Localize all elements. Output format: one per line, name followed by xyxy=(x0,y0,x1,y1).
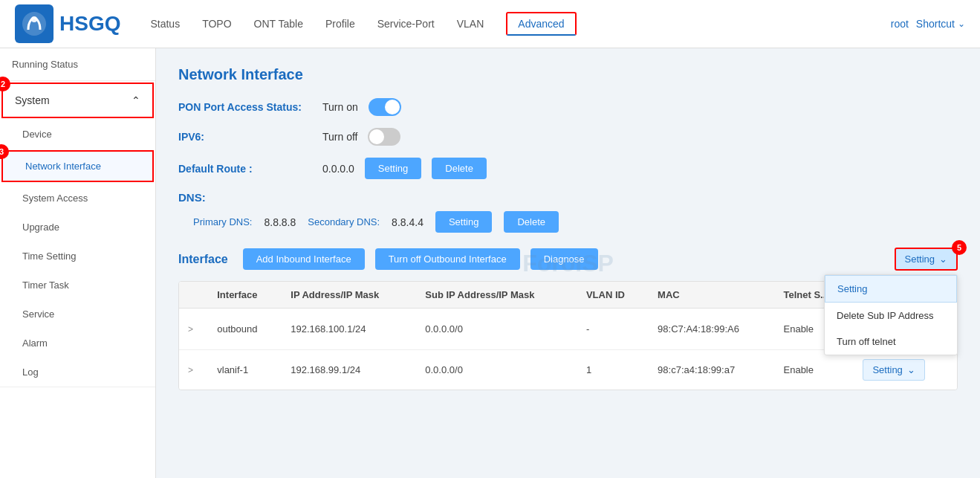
layout: Running Status System ⌃ 2 Device Network… xyxy=(0,48,980,478)
interface-section: Interface Add Inbound Interface Turn off… xyxy=(178,248,958,390)
ipv6-toggle[interactable] xyxy=(368,128,400,146)
primary-dns-label: Primary DNS: xyxy=(193,216,252,227)
sidebar-running-status[interactable]: Running Status xyxy=(0,48,155,81)
row2-setting: Setting ⌄ xyxy=(854,350,957,390)
nav-vlan[interactable]: VLAN xyxy=(457,12,484,36)
pon-port-value: Turn on xyxy=(322,101,358,113)
nav-right: root Shortcut ⌄ xyxy=(891,18,965,30)
th-sub-ip: Sub IP Address/IP Mask xyxy=(416,282,577,309)
row2-chevron-icon: ⌄ xyxy=(907,364,915,375)
default-route-delete-button[interactable]: Delete xyxy=(432,158,487,179)
dns-delete-button[interactable]: Delete xyxy=(504,211,559,233)
logo: HSGQ xyxy=(15,4,120,43)
default-route-label: Default Route : xyxy=(178,163,312,175)
sidebar-item-log[interactable]: Log xyxy=(0,358,155,387)
nav-ont-table[interactable]: ONT Table xyxy=(254,12,303,36)
row1-sub-ip: 0.0.0.0/0 xyxy=(416,309,577,350)
row2-telnet: Enable xyxy=(775,350,854,390)
ipv6-label: IPV6: xyxy=(178,131,312,143)
sidebar: Running Status System ⌃ 2 Device Network… xyxy=(0,48,156,478)
table-row: > vlanif-1 192.168.99.1/24 0.0.0.0/0 1 9… xyxy=(179,350,957,390)
sidebar-item-service[interactable]: Service xyxy=(0,300,155,329)
dropdown-delete-sub-ip[interactable]: Delete Sub IP Address xyxy=(825,303,957,329)
th-expand xyxy=(179,282,208,309)
ipv6-row: IPV6: Turn off xyxy=(178,128,958,146)
nav-root[interactable]: root xyxy=(891,18,909,30)
dropdown-setting[interactable]: Setting xyxy=(825,275,957,303)
dns-setting-button[interactable]: Setting xyxy=(435,211,492,233)
toggle-knob xyxy=(385,100,400,114)
sidebar-item-network-interface[interactable]: Network Interface 3 xyxy=(1,150,154,182)
setting-chevron-icon: ⌄ xyxy=(939,253,947,265)
setting-dropdown-top: Setting ⌄ 5 Setting Delete Sub IP Addres… xyxy=(895,248,958,271)
sidebar-item-device[interactable]: Device xyxy=(0,120,155,149)
page-title: Network Interface xyxy=(178,66,958,83)
th-interface: Interface xyxy=(208,282,282,309)
sidebar-section-system: System ⌃ 2 Device Network Interface 3 Sy… xyxy=(0,83,155,387)
turn-off-outbound-button[interactable]: Turn off Outbound Interface xyxy=(375,248,520,270)
dns-section: DNS: Primary DNS: 8.8.8.8 Secondary DNS:… xyxy=(178,191,958,233)
sidebar-system-header[interactable]: System ⌃ 2 xyxy=(1,83,154,118)
row2-mac: 98:c7:a4:18:99:a7 xyxy=(649,350,774,390)
row2-setting-button[interactable]: Setting ⌄ xyxy=(863,359,924,381)
row2-vlan-id: 1 xyxy=(577,350,649,390)
pon-port-row: PON Port Access Status: Turn on xyxy=(178,98,958,116)
default-route-value: 0.0.0.0 xyxy=(322,163,354,175)
nav-advanced[interactable]: Advanced xyxy=(506,12,576,36)
row1-ip: 192.168.100.1/24 xyxy=(282,309,416,350)
main-nav: Status TOPO ONT Table Profile Service-Po… xyxy=(150,12,890,36)
row1-interface: outbound xyxy=(208,309,282,350)
nav-service-port[interactable]: Service-Port xyxy=(377,12,435,36)
svg-point-1 xyxy=(31,16,37,22)
row2-interface: vlanif-1 xyxy=(208,350,282,390)
sidebar-item-system-access[interactable]: System Access xyxy=(0,184,155,213)
row2-ip: 192.168.99.1/24 xyxy=(282,350,416,390)
secondary-dns-label: Secondary DNS: xyxy=(308,216,380,227)
sidebar-item-timer-task[interactable]: Timer Task xyxy=(0,271,155,300)
row2-setting-dropdown: Setting ⌄ xyxy=(863,359,924,381)
badge-5: 5 xyxy=(952,240,967,255)
primary-dns-value: 8.8.8.8 xyxy=(264,216,296,228)
interface-header: Interface Add Inbound Interface Turn off… xyxy=(178,248,958,271)
pon-port-label: PON Port Access Status: xyxy=(178,101,312,113)
default-route-setting-button[interactable]: Setting xyxy=(365,158,421,179)
default-route-row: Default Route : 0.0.0.0 Setting Delete xyxy=(178,158,958,179)
row1-vlan-id: - xyxy=(577,309,649,350)
nav-topo[interactable]: TOPO xyxy=(202,12,231,36)
sidebar-system-items: Device Network Interface 3 System Access… xyxy=(0,120,155,387)
main-content: ForoISP Network Interface PON Port Acces… xyxy=(156,48,980,478)
dropdown-turn-off-telnet[interactable]: Turn off telnet xyxy=(825,329,957,355)
dns-label: DNS: xyxy=(178,191,958,204)
row2-expand[interactable]: > xyxy=(179,350,208,390)
system-chevron-icon: ⌃ xyxy=(132,94,140,106)
diagnose-button[interactable]: Diagnose xyxy=(530,248,598,270)
logo-text: HSGQ xyxy=(59,12,120,36)
row2-sub-ip: 0.0.0.0/0 xyxy=(416,350,577,390)
ipv6-value: Turn off xyxy=(322,131,357,143)
sidebar-item-time-setting[interactable]: Time Setting xyxy=(0,242,155,271)
secondary-dns-value: 8.8.4.4 xyxy=(392,216,424,228)
badge-2: 2 xyxy=(0,77,10,91)
header: HSGQ Status TOPO ONT Table Profile Servi… xyxy=(0,0,980,48)
row1-expand[interactable]: > xyxy=(179,309,208,350)
sidebar-system-label: System xyxy=(15,94,50,106)
interface-title: Interface xyxy=(178,253,228,266)
sidebar-item-alarm[interactable]: Alarm xyxy=(0,329,155,358)
th-mac: MAC xyxy=(649,282,774,309)
nav-profile[interactable]: Profile xyxy=(325,12,355,36)
sidebar-item-upgrade[interactable]: Upgrade xyxy=(0,213,155,242)
svg-point-0 xyxy=(22,12,46,36)
logo-icon xyxy=(15,4,53,43)
add-inbound-button[interactable]: Add Inbound Interface xyxy=(243,248,365,270)
th-ip: IP Address/IP Mask xyxy=(282,282,416,309)
setting-dropdown-menu: Setting Delete Sub IP Address Turn off t… xyxy=(824,274,958,355)
nav-status[interactable]: Status xyxy=(150,12,180,36)
pon-port-toggle[interactable] xyxy=(369,98,401,116)
dns-row: Primary DNS: 8.8.8.8 Secondary DNS: 8.8.… xyxy=(178,211,958,233)
toggle-knob-ipv6 xyxy=(369,129,384,144)
th-vlan-id: VLAN ID xyxy=(577,282,649,309)
shortcut-chevron-icon: ⌄ xyxy=(958,19,965,29)
row1-mac: 98:C7:A4:18:99:A6 xyxy=(649,309,774,350)
nav-shortcut[interactable]: Shortcut ⌄ xyxy=(916,18,965,30)
setting-dropdown-top-button[interactable]: Setting ⌄ 5 xyxy=(895,248,958,271)
